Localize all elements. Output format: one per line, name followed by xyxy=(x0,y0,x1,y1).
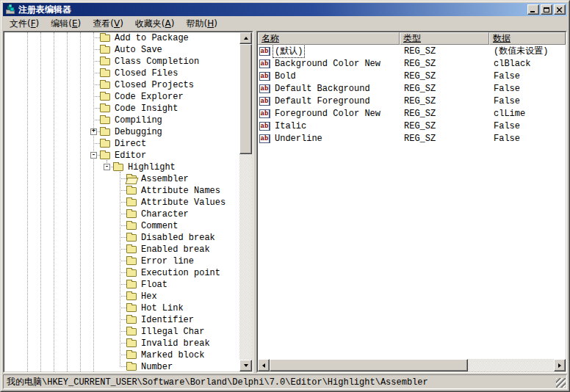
tree-item[interactable]: Number xyxy=(4,361,239,371)
tree-item[interactable]: Code Explorer xyxy=(4,91,239,103)
registry-value-row[interactable]: (默认) REG_SZ (数值未设置) xyxy=(258,45,566,57)
folder-icon xyxy=(126,363,137,371)
value-name: Bold xyxy=(273,70,298,82)
tree-vertical-scrollbar[interactable] xyxy=(239,32,252,371)
column-header-type[interactable]: 类型 xyxy=(400,32,489,45)
value-type: REG_SZ xyxy=(400,84,489,94)
tree-item[interactable]: Float xyxy=(4,279,239,291)
folder-icon xyxy=(126,187,137,195)
folder-icon xyxy=(100,70,110,77)
tree-item[interactable]: Auto Save xyxy=(4,44,239,56)
tree-expander[interactable]: + xyxy=(90,128,97,135)
registry-value-row[interactable]: Background Color New REG_SZ clBlack xyxy=(258,57,566,70)
list-horizontal-scrollbar[interactable] xyxy=(258,359,566,371)
scroll-thumb[interactable] xyxy=(239,44,252,154)
tree-item-label: Assembler xyxy=(141,174,189,184)
registry-value-row[interactable]: Bold REG_SZ False xyxy=(258,70,566,82)
tree-item[interactable]: Hot Link xyxy=(4,302,239,314)
menu-item[interactable]: 查看(V) xyxy=(87,16,129,32)
tree-item-label: Number xyxy=(141,362,173,371)
registry-value-row[interactable]: Underline REG_SZ False xyxy=(258,132,566,145)
reg-sz-icon xyxy=(259,97,270,106)
tree-expander[interactable]: - xyxy=(90,152,97,159)
tree-item[interactable]: Illegal Char xyxy=(4,326,239,338)
tree-item[interactable]: Direct xyxy=(4,138,239,150)
column-header-data[interactable]: 数据 xyxy=(489,32,566,45)
value-name: Foreground Color New xyxy=(273,108,383,120)
tree-item[interactable]: Comment xyxy=(4,220,239,232)
minimize-icon xyxy=(530,11,535,12)
scroll-track[interactable] xyxy=(239,154,252,360)
tree-item-label: Comment xyxy=(141,221,178,231)
value-list-body[interactable]: (默认) REG_SZ (数值未设置) Background Color New… xyxy=(258,45,566,359)
menu-bar: 文件(F) 编辑(E) 查看(V) 收藏夹(A) 帮助(H) xyxy=(3,16,567,31)
folder-icon xyxy=(100,81,110,89)
tree-item[interactable]: Closed Files xyxy=(4,68,239,79)
maximize-button[interactable] xyxy=(541,4,552,15)
reg-sz-icon xyxy=(259,47,270,56)
tree-connector xyxy=(93,143,100,144)
tree-item[interactable]: Hex xyxy=(4,291,239,302)
tree-connector xyxy=(120,190,126,191)
tree-item[interactable]: Character xyxy=(4,208,239,220)
tree-pane: Add to Package Auto Save Class Completio… xyxy=(3,31,253,373)
scroll-thumb[interactable] xyxy=(270,359,468,371)
value-type: REG_SZ xyxy=(400,46,489,57)
tree-item-label: Auto Save xyxy=(115,45,162,55)
tree-item[interactable]: Code Insight xyxy=(4,103,239,115)
tree-item-label: Character xyxy=(141,209,189,219)
tree-item[interactable]: Execution point xyxy=(4,267,239,279)
menu-item[interactable]: 收藏夹(A) xyxy=(129,16,181,32)
folder-icon xyxy=(100,46,110,54)
menu-item[interactable]: 文件(F) xyxy=(4,16,45,32)
value-type: REG_SZ xyxy=(400,71,489,81)
scroll-up-button[interactable] xyxy=(239,32,252,44)
tree-item[interactable]: Invalid break xyxy=(4,338,239,349)
folder-icon xyxy=(100,35,110,42)
minimize-button[interactable] xyxy=(527,4,539,15)
tree-connector xyxy=(93,108,100,109)
tree-item[interactable]: + Debugging xyxy=(4,126,239,138)
tree-item[interactable]: Closed Projects xyxy=(4,79,239,91)
tree-item[interactable]: Class Completion xyxy=(4,56,239,68)
tree-item-label: Class Completion xyxy=(115,57,199,67)
folder-icon xyxy=(126,211,137,218)
folder-icon xyxy=(100,117,110,124)
tree-item[interactable]: Assembler xyxy=(4,173,239,185)
registry-value-row[interactable]: Italic REG_SZ False xyxy=(258,120,566,132)
registry-value-row[interactable]: Foreground Color New REG_SZ clLime xyxy=(258,107,566,120)
scroll-track[interactable] xyxy=(468,359,554,371)
tree-view[interactable]: Add to Package Auto Save Class Completio… xyxy=(4,32,239,371)
tree-item[interactable]: Attribute Values xyxy=(4,197,239,208)
tree-item[interactable]: Disabled break xyxy=(4,232,239,244)
tree-item-label: Editor xyxy=(115,150,146,161)
tree-connector xyxy=(120,261,126,261)
scroll-right-button[interactable] xyxy=(554,359,566,371)
registry-value-row[interactable]: Default Foreground REG_SZ False xyxy=(258,95,566,107)
tree-item[interactable]: - Editor xyxy=(4,150,239,161)
tree-item[interactable]: Attribute Names xyxy=(4,185,239,197)
registry-value-row[interactable]: Default Background REG_SZ False xyxy=(258,82,566,95)
column-header-name[interactable]: 名称 xyxy=(258,32,400,45)
resize-grip[interactable] xyxy=(556,378,566,388)
value-name: Default Background xyxy=(273,83,372,95)
tree-item[interactable]: Compiling xyxy=(4,115,239,126)
folder-icon xyxy=(126,246,137,253)
folder-icon xyxy=(126,328,137,335)
tree-connector xyxy=(93,37,100,38)
tree-expander[interactable]: - xyxy=(104,164,110,170)
menu-item[interactable]: 帮助(H) xyxy=(180,16,223,32)
scroll-left-button[interactable] xyxy=(258,359,270,371)
title-bar[interactable]: 注册表编辑器 xyxy=(3,3,567,16)
tree-item[interactable]: - Highlight xyxy=(4,161,239,173)
folder-icon xyxy=(100,93,110,101)
close-button[interactable] xyxy=(554,4,566,15)
tree-item[interactable]: Error line xyxy=(4,255,239,267)
scroll-down-button[interactable] xyxy=(239,360,252,371)
tree-item[interactable]: Add to Package xyxy=(4,32,239,44)
tree-item[interactable]: Enabled break xyxy=(4,244,239,255)
tree-item[interactable]: Marked block xyxy=(4,349,239,361)
menu-item[interactable]: 编辑(E) xyxy=(45,16,87,32)
tree-connector xyxy=(93,49,100,50)
tree-item[interactable]: Identifier xyxy=(4,314,239,326)
